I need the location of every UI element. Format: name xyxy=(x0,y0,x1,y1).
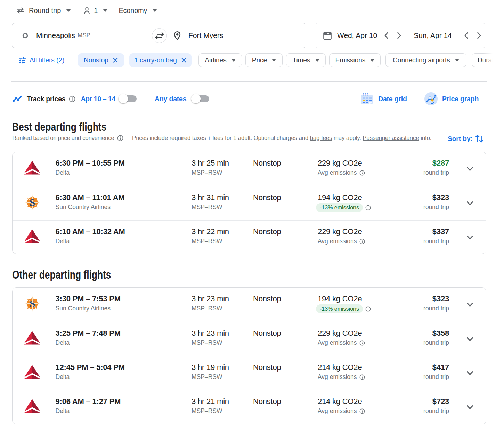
svg-text:S: S xyxy=(29,197,35,208)
svg-text:???: ??? xyxy=(362,93,368,97)
svg-text:S: S xyxy=(29,298,35,309)
